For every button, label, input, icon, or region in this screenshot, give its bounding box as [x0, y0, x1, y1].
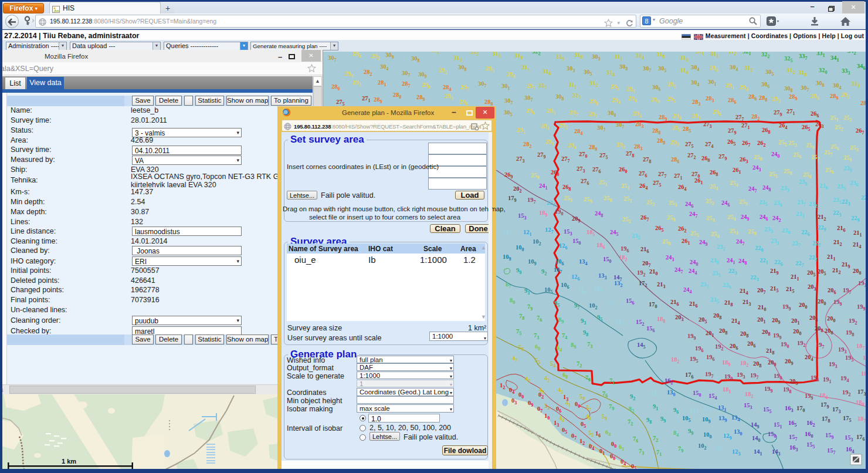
svg-text:218: 218: [766, 347, 775, 356]
svg-text:42: 42: [544, 375, 550, 383]
svg-text:273: 273: [516, 156, 525, 164]
svg-text:278: 278: [626, 150, 635, 158]
svg-text:78: 78: [519, 313, 524, 321]
svg-text:236: 236: [774, 200, 782, 208]
svg-text:76: 76: [537, 315, 542, 323]
svg-text:235: 235: [710, 296, 719, 305]
svg-text:309: 309: [418, 71, 427, 79]
svg-text:182: 182: [745, 391, 754, 399]
svg-text:283: 283: [706, 95, 714, 103]
svg-text:265: 265: [802, 124, 811, 132]
svg-text:223: 223: [833, 210, 842, 218]
svg-text:07: 07: [571, 433, 577, 441]
svg-text:216: 216: [670, 299, 679, 307]
svg-text:235: 235: [759, 199, 768, 207]
svg-text:293: 293: [445, 93, 453, 101]
svg-text:251: 251: [830, 114, 839, 123]
svg-text:268: 268: [710, 169, 718, 177]
svg-text:178: 178: [822, 415, 830, 424]
svg-text:243: 243: [752, 164, 761, 173]
svg-text:180: 180: [856, 399, 864, 407]
svg-text:258: 258: [784, 168, 792, 176]
svg-text:288: 288: [759, 94, 768, 103]
svg-text:191: 191: [823, 376, 832, 384]
svg-text:223: 223: [750, 274, 759, 282]
svg-text:212: 212: [832, 267, 841, 275]
svg-text:311: 311: [710, 52, 719, 59]
svg-text:73: 73: [587, 341, 592, 349]
svg-text:209: 209: [768, 359, 777, 367]
svg-text:202: 202: [513, 185, 522, 194]
svg-text:241: 241: [539, 183, 548, 191]
svg-text:312: 312: [744, 65, 753, 73]
svg-text:315: 315: [470, 52, 479, 57]
svg-text:242: 242: [772, 215, 781, 223]
svg-text:50: 50: [579, 393, 585, 401]
svg-text:257: 257: [811, 154, 820, 162]
svg-text:150: 150: [693, 390, 701, 398]
svg-text:189: 189: [722, 359, 731, 367]
svg-text:157: 157: [827, 447, 836, 455]
svg-text:64: 64: [605, 429, 611, 437]
svg-text:72: 72: [653, 435, 658, 443]
svg-text:227: 227: [795, 260, 804, 268]
svg-text:294: 294: [568, 142, 577, 150]
svg-text:250: 250: [830, 143, 839, 151]
svg-text:236: 236: [819, 183, 828, 191]
svg-text:47: 47: [525, 376, 530, 384]
svg-text:259: 259: [739, 198, 748, 207]
svg-text:279: 279: [537, 151, 546, 160]
svg-text:98: 98: [646, 417, 652, 425]
svg-text:223: 223: [842, 198, 850, 207]
svg-text:45: 45: [558, 387, 563, 395]
svg-text:102: 102: [533, 238, 541, 246]
svg-text:294: 294: [673, 113, 681, 121]
svg-text:200: 200: [825, 327, 833, 336]
svg-text:271: 271: [741, 122, 750, 130]
svg-text:198: 198: [783, 386, 792, 394]
svg-text:218: 218: [724, 299, 733, 308]
svg-text:291: 291: [517, 127, 525, 135]
svg-text:60: 60: [535, 343, 540, 352]
svg-text:109: 109: [503, 254, 511, 262]
svg-text:249: 249: [699, 239, 708, 247]
svg-text:159: 159: [825, 432, 834, 440]
svg-text:98: 98: [583, 329, 588, 337]
svg-text:12: 12: [579, 438, 585, 446]
svg-text:109: 109: [528, 258, 537, 266]
svg-text:307: 307: [328, 55, 337, 63]
svg-text:290: 290: [672, 124, 681, 133]
svg-text:240: 240: [690, 259, 699, 267]
svg-text:71: 71: [656, 449, 662, 457]
svg-text:211: 211: [827, 254, 836, 262]
svg-text:87: 87: [506, 281, 511, 289]
svg-text:80: 80: [510, 297, 515, 305]
svg-text:201: 201: [791, 317, 800, 326]
svg-text:247: 247: [689, 211, 698, 219]
svg-text:196: 196: [706, 354, 715, 362]
svg-text:91: 91: [653, 403, 658, 411]
svg-text:260: 260: [701, 155, 710, 163]
svg-text:224: 224: [547, 200, 555, 208]
svg-text:261: 261: [733, 167, 741, 175]
svg-text:199: 199: [773, 332, 782, 340]
svg-text:154: 154: [708, 393, 717, 401]
svg-text:271: 271: [362, 95, 371, 103]
svg-text:229: 229: [851, 215, 860, 223]
svg-text:220: 220: [755, 245, 764, 253]
svg-text:282: 282: [364, 69, 372, 77]
svg-text:260: 260: [619, 166, 628, 174]
svg-text:246: 246: [685, 201, 694, 209]
svg-text:75: 75: [516, 328, 521, 336]
svg-text:141: 141: [754, 448, 762, 457]
svg-text:33: 33: [544, 403, 550, 411]
svg-text:301: 301: [501, 83, 510, 91]
svg-text:297: 297: [460, 84, 469, 92]
svg-text:252: 252: [835, 124, 843, 132]
svg-text:280: 280: [589, 144, 598, 152]
svg-text:233: 233: [781, 185, 789, 193]
svg-text:267: 267: [856, 127, 864, 136]
svg-text:231: 231: [833, 197, 842, 205]
svg-text:308: 308: [411, 55, 420, 63]
svg-text:163: 163: [785, 405, 794, 413]
